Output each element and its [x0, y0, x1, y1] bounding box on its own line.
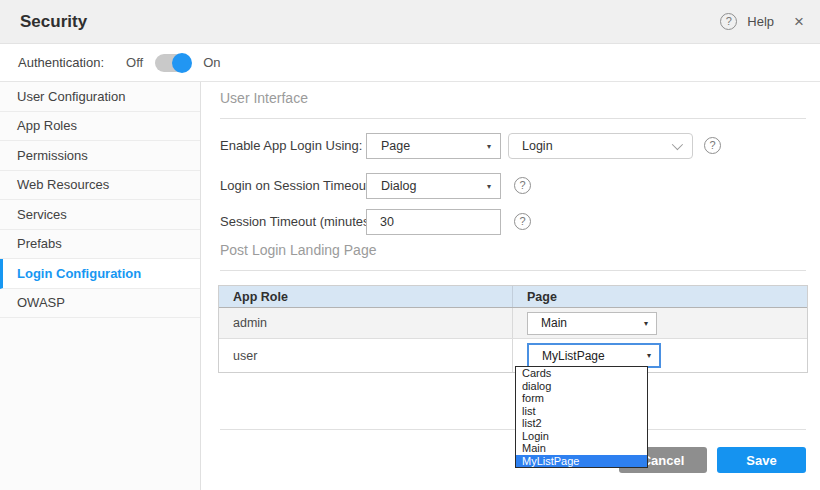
dropdown-option-dialog[interactable]: dialog: [516, 380, 647, 393]
main-content: User Interface Enable App Login Using: P…: [201, 82, 820, 490]
sidebar-item-user-configuration[interactable]: User Configuration: [0, 82, 200, 112]
session-timeout-mode-select[interactable]: Dialog ▾: [366, 173, 501, 199]
page-select-dropdown-list: Cards dialog form list list2 Login Main …: [515, 366, 648, 468]
chevron-down-icon: [672, 139, 683, 150]
table-row: user MyListPage ▾: [219, 339, 807, 372]
dropdown-option-cards[interactable]: Cards: [516, 367, 647, 380]
caret-down-icon: ▾: [644, 319, 648, 328]
authentication-toggle[interactable]: [155, 54, 191, 72]
login-mode-select[interactable]: Page ▾: [366, 133, 501, 159]
caret-down-icon: ▾: [647, 351, 651, 360]
login-mode-value: Page: [367, 139, 410, 153]
session-timeout-input[interactable]: 30: [366, 209, 501, 235]
table-header-row: App Role Page: [219, 286, 807, 308]
dropdown-option-list2[interactable]: list2: [516, 417, 647, 430]
sidebar-item-owasp[interactable]: OWASP: [0, 289, 200, 319]
admin-page-select[interactable]: Main ▾: [527, 312, 657, 335]
session-timeout-login-label: Login on Session Timeout:: [220, 173, 373, 199]
save-button[interactable]: Save: [717, 447, 806, 473]
dropdown-option-form[interactable]: form: [516, 392, 647, 405]
user-interface-section-title: User Interface: [220, 90, 308, 106]
caret-down-icon: ▾: [487, 142, 491, 151]
sidebar-item-services[interactable]: Services: [0, 200, 200, 230]
login-page-value: Login: [509, 139, 553, 153]
section-divider: [220, 118, 806, 119]
caret-down-icon: ▾: [487, 182, 491, 191]
sidebar-item-prefabs[interactable]: Prefabs: [0, 230, 200, 260]
sidebar-item-permissions[interactable]: Permissions: [0, 141, 200, 171]
sidebar-item-app-roles[interactable]: App Roles: [0, 112, 200, 142]
help-icon[interactable]: ?: [514, 213, 531, 230]
page-cell: Main ▾: [513, 308, 807, 338]
toggle-off-label: Off: [126, 55, 143, 70]
close-icon[interactable]: ×: [794, 12, 804, 32]
authentication-bar: Authentication: Off On: [0, 44, 820, 82]
login-page-combobox[interactable]: Login: [508, 133, 693, 159]
dropdown-option-mylistpage[interactable]: MyListPage: [516, 455, 647, 468]
enable-app-login-label: Enable App Login Using:: [220, 133, 362, 159]
sidebar-item-web-resources[interactable]: Web Resources: [0, 171, 200, 201]
admin-page-value: Main: [528, 316, 567, 330]
user-page-value: MyListPage: [529, 349, 605, 363]
page-title: Security: [20, 12, 87, 32]
authentication-label: Authentication:: [18, 55, 104, 70]
sidebar-item-login-configuration[interactable]: Login Configuration: [0, 259, 200, 289]
settings-sidebar: User Configuration App Roles Permissions…: [0, 82, 201, 490]
app-role-cell: admin: [219, 308, 513, 338]
post-login-section-title: Post Login Landing Page: [220, 242, 376, 258]
title-bar: Security ? Help ×: [0, 0, 820, 44]
toggle-on-label: On: [203, 55, 220, 70]
help-link[interactable]: Help: [747, 14, 774, 29]
footer-divider: [220, 429, 806, 430]
dropdown-option-login[interactable]: Login: [516, 430, 647, 443]
help-icon[interactable]: ?: [514, 177, 531, 194]
column-header-app-role: App Role: [219, 286, 513, 307]
toggle-knob: [172, 53, 192, 73]
dropdown-option-main[interactable]: Main: [516, 442, 647, 455]
section-divider: [220, 270, 806, 271]
dropdown-option-list[interactable]: list: [516, 405, 647, 418]
session-timeout-minutes-label: Session Timeout (minutes):: [220, 209, 378, 235]
table-row: admin Main ▾: [219, 308, 807, 339]
help-icon[interactable]: ?: [720, 13, 737, 30]
post-login-table: App Role Page admin Main ▾ user MyListPa…: [218, 285, 808, 373]
security-dialog: Security ? Help × Authentication: Off On…: [0, 0, 820, 490]
session-timeout-mode-value: Dialog: [367, 179, 416, 193]
app-role-cell: user: [219, 339, 513, 372]
user-page-select[interactable]: MyListPage ▾: [527, 343, 661, 368]
column-header-page: Page: [513, 286, 807, 307]
help-icon[interactable]: ?: [704, 137, 721, 154]
